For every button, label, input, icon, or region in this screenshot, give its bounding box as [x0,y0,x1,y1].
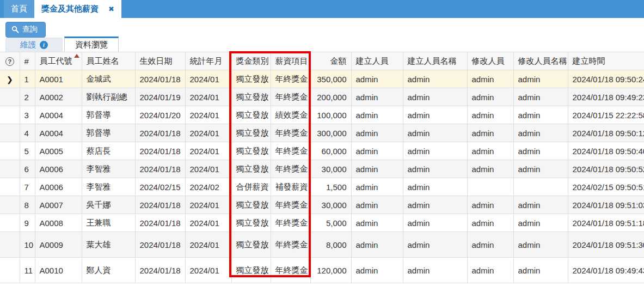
cell-stat-month[interactable]: 2024/01 [185,196,231,214]
cell-created-time[interactable]: 2024/01/18 09:50:52 [568,160,644,178]
cell-modified-name[interactable]: admin [513,214,568,232]
cell-bonus-type[interactable]: 獨立發放 [231,160,271,178]
cell-modified-by[interactable]: admin [467,160,513,178]
cell-bonus-type[interactable]: 合併薪資 [231,178,271,196]
cell-num[interactable]: 1 [20,70,35,88]
table-row[interactable]: 11A0010鄭人資2024/01/182024/01獨立發放年終獎金120,0… [0,258,644,283]
column-header-created-by[interactable]: 建立人員 [351,52,403,70]
cell-eff-date[interactable]: 2024/01/18 [135,142,185,160]
cell-num[interactable]: 8 [20,196,35,214]
cell-num[interactable]: 7 [20,178,35,196]
cell-created-by[interactable]: admin [351,232,403,258]
cell-salary-item[interactable]: 年終獎金 [271,70,310,88]
cell-emp-name[interactable]: 李智雅 [82,160,135,178]
cell-created-time[interactable]: 2024/01/18 09:51:18 [568,214,644,232]
cell-eff-date[interactable]: 2024/01/20 [135,106,185,124]
cell-bonus-type[interactable]: 獨立發放 [231,232,271,258]
cell-eff-date[interactable]: 2024/01/18 [135,232,185,258]
cell-created-time[interactable]: 2024/01/18 09:49:43 [568,258,644,283]
cell-emp-id[interactable]: A0006 [35,178,82,196]
cell-created-name[interactable]: admin [403,124,467,142]
cell-eff-date[interactable]: 2024/01/19 [135,88,185,106]
cell-emp-name[interactable]: 吳千娜 [82,196,135,214]
cell-bonus-type[interactable]: 獨立發放 [231,88,271,106]
cell-modified-by[interactable]: admin [467,106,513,124]
cell-eff-date[interactable]: 2024/01/18 [135,214,185,232]
close-tab-icon[interactable]: ✖ [108,5,114,13]
table-row[interactable]: 7A0006李智雅2024/02/152024/02合併薪資補發薪資1,500a… [0,178,644,196]
tab-bonus-other-salary[interactable]: 獎金及其他薪資 ✖ [34,0,121,18]
cell-amount[interactable]: 120,000 [310,258,351,283]
cell-modified-name[interactable]: admin [513,196,568,214]
column-header-modified-by-name[interactable]: 修改人員名稱 [513,52,568,70]
column-header-emp-name[interactable]: 員工姓名 [82,52,135,70]
cell-created-name[interactable]: admin [403,70,467,88]
cell-created-by[interactable]: admin [351,178,403,196]
cell-stat-month[interactable]: 2024/01 [185,232,231,258]
cell-created-name[interactable]: admin [403,232,467,258]
cell-created-time[interactable]: 2024/01/18 09:50:24 [568,70,644,88]
cell-created-name[interactable]: admin [403,88,467,106]
cell-modified-name[interactable]: admin [513,88,568,106]
cell-eff-date[interactable]: 2024/01/18 [135,196,185,214]
cell-stat-month[interactable]: 2024/01 [185,88,231,106]
cell-salary-item[interactable]: 年終獎金 [271,232,310,258]
cell-created-name[interactable]: admin [403,178,467,196]
cell-bonus-type[interactable]: 獨立發放 [231,70,271,88]
cell-created-name[interactable]: admin [403,160,467,178]
cell-num[interactable]: 3 [20,106,35,124]
cell-amount[interactable]: 300,000 [310,124,351,142]
cell-eff-date[interactable]: 2024/01/18 [135,70,185,88]
cell-emp-id[interactable]: A0001 [35,70,82,88]
cell-bonus-type[interactable]: 獨立發放 [231,106,271,124]
cell-modified-by[interactable]: admin [467,258,513,283]
cell-emp-id[interactable]: A0004 [35,106,82,124]
cell-num[interactable]: 10 [20,232,35,258]
cell-emp-id[interactable]: A0002 [35,88,82,106]
cell-stat-month[interactable]: 2024/01 [185,70,231,88]
cell-salary-item[interactable]: 年終獎金 [271,160,310,178]
cell-modified-name[interactable]: admin [513,258,568,283]
cell-modified-by[interactable]: admin [467,88,513,106]
cell-bonus-type[interactable]: 獨立發放 [231,258,271,283]
cell-eff-date[interactable]: 2024/01/18 [135,160,185,178]
cell-stat-month[interactable]: 2024/01 [185,214,231,232]
cell-salary-item[interactable]: 績效獎金 [271,106,310,124]
cell-stat-month[interactable]: 2024/01 [185,124,231,142]
cell-created-time[interactable]: 2024/01/15 22:22:58 [568,106,644,124]
cell-modified-name[interactable]: admin [513,106,568,124]
cell-eff-date[interactable]: 2024/01/18 [135,124,185,142]
cell-emp-name[interactable]: 劉執行副總 [82,88,135,106]
cell-created-by[interactable]: admin [351,106,403,124]
cell-created-by[interactable]: admin [351,160,403,178]
cell-bonus-type[interactable]: 獨立發放 [231,124,271,142]
cell-created-by[interactable]: admin [351,258,403,283]
cell-amount[interactable]: 30,000 [310,196,351,214]
query-button[interactable]: 查詢 [5,22,46,38]
cell-created-time[interactable]: 2024/02/15 09:50:51 [568,178,644,196]
cell-created-name[interactable]: admin [403,142,467,160]
cell-stat-month[interactable]: 2024/01 [185,160,231,178]
cell-modified-name[interactable]: admin [513,124,568,142]
cell-modified-by[interactable] [467,178,513,196]
cell-amount[interactable]: 5,000 [310,214,351,232]
cell-modified-by[interactable]: admin [467,232,513,258]
cell-modified-name[interactable] [513,178,568,196]
cell-created-by[interactable]: admin [351,88,403,106]
cell-emp-id[interactable]: A0006 [35,160,82,178]
cell-emp-name[interactable]: 金城武 [82,70,135,88]
cell-modified-by[interactable]: admin [467,124,513,142]
cell-num[interactable]: 9 [20,214,35,232]
cell-num[interactable]: 2 [20,88,35,106]
cell-emp-name[interactable]: 鄭人資 [82,258,135,283]
table-row[interactable]: 10A0009葉大雄2024/01/182024/01獨立發放年終獎金8,000… [0,232,644,258]
table-row[interactable]: 6A0006李智雅2024/01/182024/01獨立發放年終獎金30,000… [0,160,644,178]
cell-amount[interactable]: 100,000 [310,106,351,124]
table-row[interactable]: ❯1A0001金城武2024/01/182024/01獨立發放年終獎金350,0… [0,70,644,88]
table-row[interactable]: 5A0005蔡店長2024/01/182024/01獨立發放年終獎金60,000… [0,142,644,160]
cell-num[interactable]: 6 [20,160,35,178]
cell-stat-month[interactable]: 2024/02 [185,178,231,196]
cell-eff-date[interactable]: 2024/01/18 [135,258,185,283]
cell-amount[interactable]: 30,000 [310,160,351,178]
table-row[interactable]: 4A0004郭督導2024/01/182024/01獨立發放年終獎金300,00… [0,124,644,142]
